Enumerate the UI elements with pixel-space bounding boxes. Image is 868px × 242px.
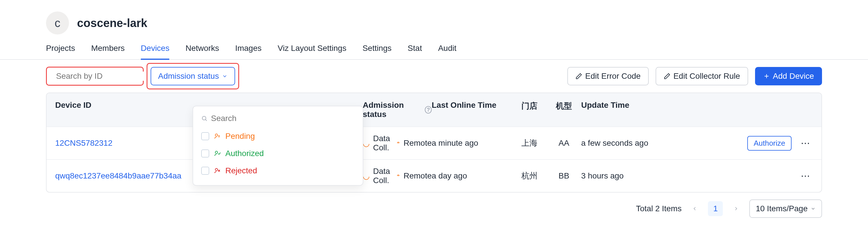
filter-option-pending[interactable]: Pending — [193, 128, 363, 145]
authorized-icon — [214, 150, 221, 157]
store-value: 上海 — [512, 138, 547, 149]
tab-devices[interactable]: Devices — [141, 44, 169, 60]
filter-label: Admission status — [158, 71, 219, 81]
filter-option-label: Pending — [225, 132, 255, 141]
pencil-icon — [576, 73, 582, 80]
svg-point-4 — [398, 143, 398, 143]
tab-projects[interactable]: Projects — [46, 44, 75, 60]
tab-viz-layout[interactable]: Viz Layout Settings — [278, 44, 346, 60]
search-icon — [201, 115, 208, 122]
org-name: coscene-lark — [77, 17, 148, 30]
col-store: 门店 — [512, 100, 547, 119]
search-input-wrap[interactable] — [46, 67, 144, 86]
chevron-right-icon — [733, 206, 739, 212]
model-value: BB — [547, 171, 581, 181]
col-update: Update Time — [581, 100, 685, 119]
pagination-total: Total 2 Items — [636, 204, 682, 213]
row-more-icon[interactable]: ⋯ — [799, 139, 813, 148]
nav-tabs: Projects Members Devices Networks Images… — [0, 38, 868, 60]
svg-point-5 — [398, 176, 398, 176]
data-coll-label: Data Coll. — [373, 134, 393, 152]
admission-status-filter[interactable]: Admission status — [151, 67, 235, 85]
checkbox[interactable] — [201, 167, 209, 175]
device-id-link[interactable]: 12CNS5782312 — [55, 139, 113, 147]
status-dot-icon: ◡ — [363, 171, 370, 181]
add-device-button[interactable]: Add Device — [755, 67, 822, 85]
chevron-down-icon — [222, 73, 228, 79]
page-size-select[interactable]: 10 Items/Page — [749, 200, 822, 218]
svg-point-11 — [215, 151, 218, 153]
tab-members[interactable]: Members — [91, 44, 125, 60]
remote-icon — [396, 140, 400, 147]
pending-icon — [214, 133, 221, 140]
tab-audit[interactable]: Audit — [438, 44, 457, 60]
org-avatar: c — [46, 11, 69, 34]
filter-option-label: Rejected — [225, 166, 257, 175]
model-value: AA — [547, 139, 581, 148]
svg-point-12 — [215, 169, 218, 171]
edit-collector-label: Edit Collector Rule — [674, 71, 740, 81]
tab-stat[interactable]: Stat — [408, 44, 422, 60]
admission-status-dropdown: Pending Authorized Rejected — [192, 106, 363, 186]
remote-icon — [396, 173, 400, 179]
col-admission: Admission status ? — [363, 100, 432, 119]
plus-icon — [763, 73, 770, 80]
filter-option-authorized[interactable]: Authorized — [193, 145, 363, 162]
filter-option-label: Authorized — [225, 149, 264, 158]
edit-collector-rule-button[interactable]: Edit Collector Rule — [656, 67, 748, 85]
store-value: 杭州 — [512, 171, 547, 181]
dropdown-search[interactable] — [193, 109, 363, 128]
remote-label: Remote — [404, 139, 432, 148]
add-device-label: Add Device — [773, 71, 814, 81]
device-id-link[interactable]: qwq8ec1237ee8484b9aae77b34aa — [55, 171, 181, 180]
checkbox[interactable] — [201, 132, 209, 140]
edit-error-label: Edit Error Code — [585, 71, 641, 81]
svg-point-6 — [202, 116, 206, 120]
svg-point-8 — [215, 134, 218, 136]
last-online-value: a day ago — [432, 171, 512, 181]
device-table: Device ID Admission status ? Last Online… — [46, 93, 822, 192]
data-coll-label: Data Coll. — [373, 167, 393, 185]
svg-line-7 — [206, 120, 207, 121]
last-online-value: a minute ago — [432, 139, 512, 148]
dropdown-search-input[interactable] — [211, 114, 355, 123]
chevron-left-icon — [692, 206, 698, 212]
table-row: qwq8ec1237ee8484b9aae77b34aa ◡ Data Coll… — [46, 159, 822, 192]
tab-networks[interactable]: Networks — [185, 44, 219, 60]
tab-settings[interactable]: Settings — [363, 44, 392, 60]
col-model: 机型 — [547, 100, 581, 119]
tab-images[interactable]: Images — [235, 44, 261, 60]
chevron-down-icon — [810, 206, 816, 211]
rejected-icon — [214, 167, 221, 174]
checkbox[interactable] — [201, 149, 209, 157]
page-size-label: 10 Items/Page — [755, 204, 808, 213]
row-more-icon[interactable]: ⋯ — [799, 171, 813, 181]
pencil-icon — [664, 73, 671, 80]
edit-error-code-button[interactable]: Edit Error Code — [567, 67, 649, 85]
table-row: 12CNS5782312 ◡ Data Coll. Remote a minut… — [46, 126, 822, 159]
page-next[interactable] — [728, 201, 744, 216]
help-icon[interactable]: ? — [425, 106, 432, 114]
update-value: 3 hours ago — [581, 171, 685, 181]
col-last-online: Last Online Time — [432, 100, 512, 119]
authorize-button[interactable]: Authorize — [747, 136, 792, 151]
status-dot-icon: ◡ — [363, 139, 370, 148]
filter-option-rejected[interactable]: Rejected — [193, 162, 363, 179]
search-input[interactable] — [56, 71, 159, 81]
page-prev[interactable] — [687, 201, 702, 216]
remote-label: Remote — [404, 171, 432, 181]
update-value: a few seconds ago — [581, 139, 685, 148]
page-1[interactable]: 1 — [708, 201, 723, 216]
